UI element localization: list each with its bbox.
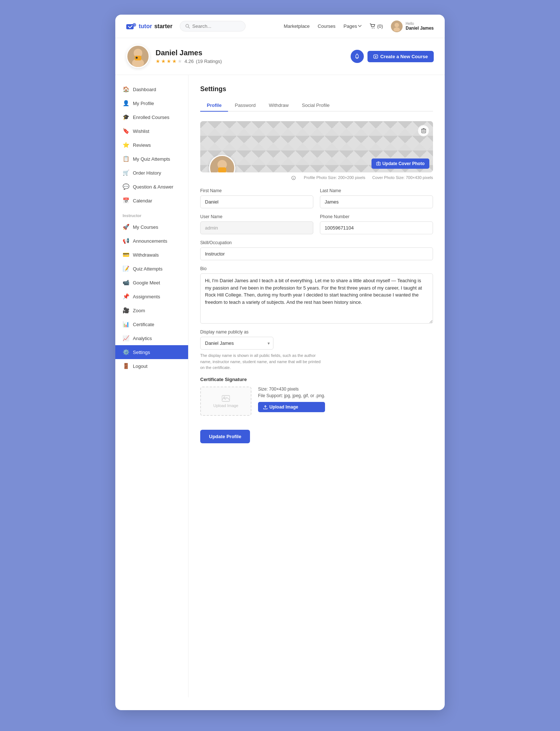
first-name-input[interactable] — [200, 195, 313, 208]
sidebar-item-question-answer[interactable]: 💬 Question & Answer — [115, 180, 188, 194]
cert-info: Size: 700×430 pixels File Support: jpg, … — [258, 387, 325, 412]
display-name-select[interactable]: Daniel James — [200, 337, 273, 350]
svg-point-7 — [394, 27, 400, 31]
first-name-group: First Name — [200, 188, 313, 208]
notification-button[interactable] — [351, 50, 364, 63]
sidebar-item-quiz-attempts[interactable]: 📋 My Quiz Attempts — [115, 152, 188, 166]
quiz-attempts-icon: 📝 — [123, 265, 129, 272]
cert-upload-box[interactable]: Upload Image — [200, 387, 251, 416]
search-bar[interactable] — [180, 21, 246, 31]
svg-line-3 — [188, 27, 190, 29]
sidebar: 🏠 Dashboard 👤 My Profile 🎓 Enrolled Cour… — [115, 75, 188, 697]
withdrawals-icon: 💳 — [123, 251, 129, 258]
calendar-icon: 📅 — [123, 197, 129, 204]
update-cover-photo-button[interactable]: Update Cover Photo — [372, 158, 429, 169]
cover-size-text: Cover Photo Size: 700×430 pixels — [372, 175, 433, 180]
sidebar-item-label: Announcements — [133, 238, 167, 244]
sidebar-item-my-courses[interactable]: 🚀 My Courses — [115, 220, 188, 234]
sidebar-item-label: Dashboard — [133, 87, 156, 92]
sidebar-item-certificate[interactable]: 📊 Certificate — [115, 317, 188, 331]
nav-marketplace[interactable]: Marketplace — [284, 23, 310, 29]
sidebar-item-label: Quiz Attempts — [133, 266, 163, 272]
cover-photo-area: Update Cover Photo — [200, 121, 433, 172]
nav-courses[interactable]: Courses — [318, 23, 335, 29]
certificate-section: Certificate Signature Upload Image Size:… — [200, 377, 433, 416]
sidebar-item-quiz-attempts-inst[interactable]: 📝 Quiz Attempts — [115, 262, 188, 276]
svg-point-11 — [136, 57, 138, 59]
cert-size-text: Size: 700×430 pixels — [258, 387, 325, 392]
rating-value: 4.26 — [184, 59, 194, 64]
search-input[interactable] — [192, 23, 240, 29]
sidebar-item-order-history[interactable]: 🛒 Order History — [115, 166, 188, 180]
sidebar-item-label: Assignments — [133, 294, 160, 299]
sidebar-item-reviews[interactable]: ⭐ Reviews — [115, 138, 188, 152]
logo-text-tutor: tutor — [139, 23, 152, 30]
sidebar-item-enrolled-courses[interactable]: 🎓 Enrolled Courses — [115, 110, 188, 124]
sidebar-item-google-meet[interactable]: 📹 Google Meet — [115, 276, 188, 290]
delete-cover-button[interactable] — [418, 125, 429, 137]
tab-password[interactable]: Password — [228, 100, 262, 112]
tab-profile[interactable]: Profile — [200, 100, 228, 112]
analytics-icon: 📈 — [123, 335, 129, 342]
svg-rect-0 — [126, 24, 134, 29]
sidebar-item-zoom[interactable]: 🎥 Zoom — [115, 303, 188, 317]
sidebar-item-announcements[interactable]: 📢 Announcements — [115, 234, 188, 248]
tab-social-profile[interactable]: Social Profile — [295, 100, 336, 112]
sidebar-item-analytics[interactable]: 📈 Analytics — [115, 331, 188, 345]
cart-button[interactable]: (0) — [370, 23, 383, 29]
sidebar-item-label: Question & Answer — [133, 184, 173, 190]
google-meet-icon: 📹 — [123, 279, 129, 286]
sidebar-item-label: Calendar — [133, 198, 152, 204]
bio-textarea[interactable] — [200, 273, 433, 324]
skill-input[interactable] — [200, 247, 433, 260]
settings-tabs: Profile Password Withdraw Social Profile — [200, 100, 433, 112]
upload-image-icon — [222, 395, 230, 402]
header-nav: Marketplace Courses Pages (0) — [284, 20, 434, 32]
cert-support-text: File Support: jpg, jpeg, gif, or .png. — [258, 393, 325, 398]
nav-pages[interactable]: Pages — [344, 23, 362, 29]
sidebar-item-label: Analytics — [133, 336, 152, 341]
sidebar-item-label: Zoom — [133, 308, 145, 313]
cert-upload-area: Upload Image Size: 700×430 pixels File S… — [200, 387, 433, 416]
logo[interactable]: tutorstarter — [126, 23, 172, 30]
sidebar-item-assignments[interactable]: 📌 Assignments — [115, 290, 188, 303]
last-name-group: Last Name — [320, 188, 433, 208]
user-avatar-img — [392, 21, 402, 31]
svg-point-1 — [132, 23, 136, 27]
sidebar-item-settings[interactable]: ⚙️ Settings — [115, 345, 188, 359]
sidebar-item-logout[interactable]: 🚪 Logout — [115, 359, 188, 373]
svg-point-6 — [395, 23, 399, 27]
skill-row: Skill/Occupation — [200, 240, 433, 260]
sidebar-item-label: Wishlist — [133, 128, 149, 134]
svg-point-25 — [378, 163, 379, 165]
wishlist-icon: 🔖 — [123, 128, 129, 134]
phone-input[interactable] — [320, 221, 433, 234]
sidebar-item-my-profile[interactable]: 👤 My Profile — [115, 96, 188, 110]
certificate-section-title: Certificate Signature — [200, 377, 433, 382]
sidebar-item-label: Withdrawals — [133, 252, 159, 258]
sidebar-item-label: Google Meet — [133, 280, 160, 286]
phone-label: Phone Number — [320, 214, 433, 219]
tab-withdraw[interactable]: Withdraw — [262, 100, 295, 112]
display-name-label: Display name publicly as — [200, 329, 433, 335]
update-profile-button[interactable]: Update Profile — [200, 430, 250, 443]
display-name-select-wrapper: Daniel James ▾ — [200, 337, 273, 350]
sidebar-item-wishlist[interactable]: 🔖 Wishlist — [115, 124, 188, 138]
my-courses-icon: 🚀 — [123, 224, 129, 230]
banner-actions: Create a New Course — [351, 50, 434, 63]
sidebar-item-withdrawals[interactable]: 💳 Withdrawals — [115, 248, 188, 262]
last-name-input[interactable] — [320, 195, 433, 208]
certificate-icon: 📊 — [123, 321, 129, 328]
cart-icon — [370, 23, 376, 29]
reviews-icon: ⭐ — [123, 142, 129, 148]
cert-upload-button[interactable]: Upload Image — [258, 402, 325, 412]
settings-icon: ⚙️ — [123, 349, 129, 355]
profile-size-text: Profile Photo Size: 200×200 pixels — [304, 175, 365, 180]
sidebar-item-label: Reviews — [133, 142, 151, 148]
create-course-button[interactable]: Create a New Course — [367, 51, 434, 62]
bio-group: Bio — [200, 266, 433, 324]
sidebar-item-calendar[interactable]: 📅 Calendar — [115, 194, 188, 208]
upload-icon — [263, 405, 268, 409]
bio-label: Bio — [200, 266, 433, 271]
sidebar-item-dashboard[interactable]: 🏠 Dashboard — [115, 82, 188, 96]
